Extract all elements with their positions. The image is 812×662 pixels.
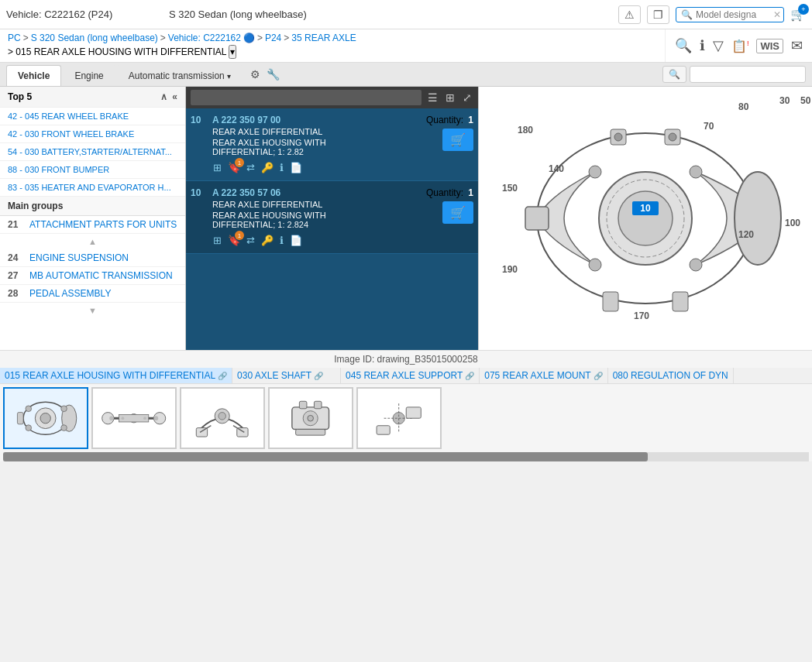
thumb-svg-4 — [362, 392, 435, 444]
part-table-icon-1[interactable]: ⊞ — [212, 234, 222, 247]
center-grid-view-btn[interactable]: ⊞ — [444, 90, 456, 105]
center-expand-btn[interactable]: ⤢ — [461, 90, 473, 105]
thumbnail-0[interactable] — [3, 387, 88, 449]
thumbnail-2[interactable] — [180, 387, 265, 449]
thumbnail-labels-row: 015 REAR AXLE HOUSING WITH DIFFERENTIAL … — [0, 368, 812, 384]
part-exchange-icon-0[interactable]: ⇄ — [246, 161, 256, 174]
tab-automatic-transmission[interactable]: Automatic transmission — [117, 65, 243, 86]
part-code-1: A 222 350 57 06 — [212, 187, 420, 198]
part-key-icon-0[interactable]: 🔑 — [260, 161, 274, 174]
svg-point-33 — [40, 413, 50, 423]
top5-collapse-icon[interactable]: ∧ — [160, 91, 167, 102]
part-bookmark-icon-1[interactable]: 🔖1 — [227, 234, 241, 247]
top5-minimize-icon[interactable]: « — [172, 91, 177, 102]
group-label-28: PEDAL ASSEMBLY — [29, 288, 111, 299]
svg-point-60 — [308, 415, 314, 421]
breadcrumb-p24[interactable]: P24 — [265, 33, 281, 43]
part-item-1[interactable]: 10 A 222 350 57 06 REAR AXLE DIFFERENTIA… — [186, 181, 478, 254]
sidebar-top5-header: Top 5 ∧ « — [0, 87, 185, 108]
group-num-21: 21 — [8, 219, 25, 230]
part-doc-icon-1[interactable]: 📄 — [289, 234, 303, 247]
thumb-label-3[interactable]: 075 REAR AXLE MOUNT 🔗 — [480, 368, 607, 383]
part-action-0: Quantity: 1 🛒 — [426, 115, 473, 151]
svg-point-4 — [690, 166, 702, 178]
svg-point-5 — [690, 259, 702, 271]
part-desc2-0: REAR AXLE HOUSING WITH — [212, 138, 420, 147]
breadcrumb-dropdown-btn[interactable]: ▾ — [229, 45, 236, 59]
tab-wrench-icon[interactable]: 🔧 — [267, 68, 280, 81]
scroll-track[interactable] — [3, 452, 809, 461]
part-info-icon-1[interactable]: ℹ — [279, 234, 284, 247]
zoom-in-icon[interactable]: 🔍 — [675, 37, 692, 54]
svg-text:190: 190 — [502, 264, 518, 275]
svg-text:10: 10 — [640, 203, 651, 214]
part-desc1-0: REAR AXLE DIFFERENTIAL — [212, 127, 420, 136]
part-info-icon-0[interactable]: ℹ — [279, 161, 284, 174]
thumbnail-1[interactable] — [91, 387, 177, 449]
breadcrumb-vehicle[interactable]: Vehicle: C222162 — [168, 33, 241, 43]
mail-icon[interactable]: ✉ — [791, 37, 803, 54]
sidebar-group-item-21[interactable]: 21 ATTACHMENT PARTS FOR UNITS — [0, 216, 185, 234]
model-search-input[interactable] — [696, 9, 773, 20]
center-list-view-btn[interactable]: ☰ — [426, 90, 439, 105]
thumb-ext-link-2[interactable]: 🔗 — [465, 372, 474, 380]
header-icons: ⚠ ❐ 🔍 ✕ 🛒+ — [618, 5, 806, 24]
center-search-input[interactable] — [191, 90, 421, 105]
svg-point-48 — [122, 417, 125, 420]
part-add-cart-btn-1[interactable]: 🛒 — [442, 201, 473, 224]
part-item-0[interactable]: 10 A 222 350 97 00 REAR AXLE DIFFERENTIA… — [186, 108, 478, 181]
sidebar-quick-item-4[interactable]: 83 - 035 HEATER AND EVAPORATOR H... — [0, 179, 185, 197]
thumb-ext-link-3[interactable]: 🔗 — [594, 372, 603, 380]
image-id-text: Image ID: drawing_B35015000258 — [334, 354, 477, 365]
info-icon[interactable]: ℹ — [700, 37, 705, 54]
sidebar-quick-item-3[interactable]: 88 - 030 FRONT BUMPER — [0, 161, 185, 179]
doc-alert-icon[interactable]: 📋! — [731, 39, 749, 53]
thumbnail-3[interactable] — [268, 387, 353, 449]
tab-engine[interactable]: Engine — [63, 65, 115, 86]
part-table-icon-0[interactable]: ⊞ — [212, 161, 222, 174]
tab-search-input[interactable] — [690, 66, 806, 83]
svg-point-36 — [61, 406, 67, 412]
thumb-ext-link-1[interactable]: 🔗 — [314, 372, 323, 380]
tab-vehicle[interactable]: Vehicle — [6, 65, 61, 86]
model-search-box[interactable]: 🔍 ✕ — [676, 7, 784, 22]
svg-point-8 — [735, 172, 781, 265]
clear-search-icon[interactable]: ✕ — [773, 9, 781, 20]
thumbnail-4[interactable] — [356, 387, 442, 449]
breadcrumb-sub[interactable]: 015 REAR AXLE HOUSING WITH DIFFERENTIAL — [15, 46, 226, 57]
thumb-ext-link-0[interactable]: 🔗 — [218, 372, 227, 380]
warning-button[interactable]: ⚠ — [618, 5, 641, 24]
center-toolbar: ☰ ⊞ ⤢ — [186, 87, 478, 108]
thumb-label-2[interactable]: 045 REAR AXLE SUPPORT 🔗 — [341, 368, 480, 383]
cart-button[interactable]: 🛒+ — [790, 7, 806, 22]
sidebar-quick-item-0[interactable]: 42 - 045 REAR WHEEL BRAKE — [0, 108, 185, 125]
sidebar-quick-item-1[interactable]: 42 - 030 FRONT WHEEL BRAKE — [0, 125, 185, 143]
breadcrumb-rear-axle[interactable]: 35 REAR AXLE — [291, 33, 356, 43]
svg-rect-14 — [603, 292, 618, 311]
filter-icon[interactable]: ▽ — [713, 37, 724, 54]
breadcrumb-vehicle-icon[interactable]: 🔵 — [243, 33, 255, 43]
scroll-thumb[interactable] — [3, 452, 648, 461]
part-doc-icon-0[interactable]: 📄 — [289, 161, 303, 174]
thumb-label-4[interactable]: 080 REGULATION OF DYN — [608, 368, 734, 383]
svg-point-3 — [618, 191, 673, 245]
wis-icon[interactable]: WIS — [756, 39, 783, 53]
group-label-27: MB AUTOMATIC TRANSMISSION — [29, 270, 173, 281]
sidebar-group-item-27[interactable]: 27 MB AUTOMATIC TRANSMISSION — [0, 267, 185, 285]
tab-search-button[interactable]: 🔍 — [662, 66, 686, 83]
copy-button[interactable]: ❐ — [647, 5, 669, 24]
svg-text:80: 80 — [738, 101, 749, 112]
breadcrumb-pc[interactable]: PC — [8, 33, 21, 43]
sidebar-quick-item-2[interactable]: 54 - 030 BATTERY,STARTER/ALTERNAT... — [0, 143, 185, 161]
svg-point-13 — [669, 133, 676, 141]
part-key-icon-1[interactable]: 🔑 — [260, 234, 274, 247]
part-add-cart-btn-0[interactable]: 🛒 — [442, 129, 473, 151]
part-exchange-icon-1[interactable]: ⇄ — [246, 234, 256, 247]
thumb-label-0[interactable]: 015 REAR AXLE HOUSING WITH DIFFERENTIAL … — [0, 368, 232, 383]
thumb-label-1[interactable]: 030 AXLE SHAFT 🔗 — [232, 368, 341, 383]
sidebar-group-item-28[interactable]: 28 PEDAL ASSEMBLY — [0, 285, 185, 303]
breadcrumb-model[interactable]: S 320 Sedan (long wheelbase) — [31, 33, 158, 43]
sidebar-group-item-24[interactable]: 24 ENGINE SUSPENSION — [0, 249, 185, 267]
part-bookmark-icon-0[interactable]: 🔖1 — [227, 161, 241, 174]
tab-gear-icon[interactable]: ⚙ — [250, 68, 260, 81]
